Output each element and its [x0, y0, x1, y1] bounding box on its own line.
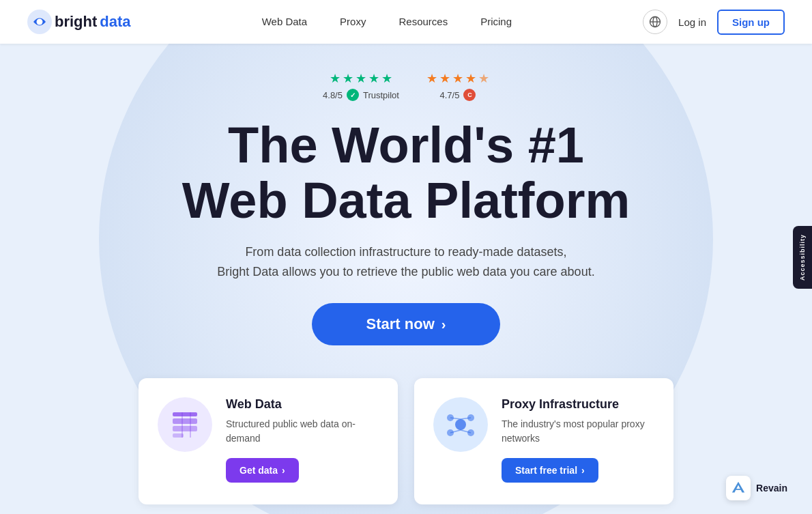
capterra-stars: ★ ★ ★ ★ ★	[426, 71, 489, 86]
language-button[interactable]	[643, 10, 667, 34]
hero-subtext-line2: Bright Data allows you to retrieve the p…	[217, 265, 594, 279]
accessibility-label: Accessibility	[799, 233, 806, 280]
revain-text: Revain	[756, 483, 787, 494]
hero-heading: The World's #1 Web Data Platform	[182, 117, 630, 229]
c-star-5: ★	[478, 71, 489, 86]
svg-rect-5	[173, 412, 197, 416]
trustpilot-stars: ★ ★ ★ ★ ★	[330, 71, 392, 86]
signup-button[interactable]: Sign up	[717, 10, 785, 35]
start-free-trial-button[interactable]: Start free trial ›	[502, 458, 598, 483]
logo-bright-text: bright	[55, 13, 97, 31]
cta-label: Start now	[366, 315, 435, 333]
logo-data-text: data	[100, 13, 130, 31]
hero-heading-line1: The World's #1	[228, 117, 584, 173]
proxy-network-icon	[444, 408, 478, 442]
get-data-button[interactable]: Get data ›	[226, 458, 299, 483]
star-5: ★	[381, 71, 392, 86]
trustpilot-platform: Trustpilot	[363, 90, 399, 100]
cards-section: Web Data Structured public web data on-d…	[0, 378, 812, 504]
logo-icon	[27, 10, 52, 34]
capterra-rating: ★ ★ ★ ★ ★ 4.7/5 C	[426, 71, 489, 101]
revain-icon	[726, 476, 751, 500]
star-1: ★	[330, 71, 340, 86]
web-data-card-content: Web Data Structured public web data on-d…	[226, 397, 379, 483]
globe-icon	[649, 16, 661, 28]
proxy-card-title: Proxy Infrastructure	[502, 397, 654, 412]
trustpilot-icon: ✓	[347, 89, 359, 101]
c-star-1: ★	[426, 71, 437, 86]
capterra-icon: C	[463, 89, 476, 101]
web-data-icon-container	[158, 397, 212, 452]
revain-logo-icon	[731, 481, 746, 496]
accessibility-sidebar[interactable]: Accessibility	[793, 225, 812, 288]
nav-resources[interactable]: Resources	[398, 16, 448, 27]
star-3: ★	[356, 71, 366, 86]
cta-start-now-button[interactable]: Start now ›	[312, 303, 501, 345]
star-4: ★	[368, 71, 379, 86]
hero-subtext: From data collection infrastructure to r…	[217, 242, 594, 282]
nav-pricing[interactable]: Pricing	[480, 16, 512, 27]
get-data-arrow-icon: ›	[282, 465, 285, 476]
proxy-card-desc: The industry's most popular proxy networ…	[502, 417, 654, 446]
nav-proxy[interactable]: Proxy	[340, 16, 366, 27]
svg-rect-6	[173, 418, 197, 424]
logo[interactable]: bright data	[27, 10, 131, 34]
trustpilot-score: 4.8/5	[323, 90, 343, 100]
web-data-card: Web Data Structured public web data on-d…	[139, 378, 398, 504]
cta-arrow-icon: ›	[441, 317, 446, 332]
hero-subtext-line1: From data collection infrastructure to r…	[245, 245, 566, 259]
proxy-icon-container	[433, 397, 488, 452]
web-data-grid-icon	[169, 408, 201, 441]
c-star-3: ★	[452, 71, 463, 86]
hero-section: ★ ★ ★ ★ ★ 4.8/5 ✓ Trustpilot ★ ★ ★ ★ ★ 4…	[0, 44, 812, 378]
nav-links: Web Data Proxy Resources Pricing	[262, 16, 512, 28]
get-data-label: Get data	[240, 465, 278, 476]
start-trial-label: Start free trial	[515, 465, 577, 476]
navbar: bright data Web Data Proxy Resources Pri…	[0, 0, 812, 44]
c-star-4: ★	[465, 71, 476, 86]
svg-point-1	[37, 19, 43, 25]
login-button[interactable]: Log in	[678, 16, 706, 28]
ratings-row: ★ ★ ★ ★ ★ 4.8/5 ✓ Trustpilot ★ ★ ★ ★ ★ 4…	[323, 71, 489, 101]
svg-point-11	[455, 419, 466, 430]
svg-rect-7	[173, 426, 197, 431]
c-star-2: ★	[439, 71, 450, 86]
revain-badge: Revain	[726, 476, 787, 500]
web-data-card-title: Web Data	[226, 397, 379, 412]
nav-web-data[interactable]: Web Data	[262, 16, 307, 27]
nav-right: Log in Sign up	[643, 10, 785, 35]
trustpilot-rating: ★ ★ ★ ★ ★ 4.8/5 ✓ Trustpilot	[323, 71, 399, 101]
capterra-score: 4.7/5	[439, 90, 459, 100]
proxy-card: Proxy Infrastructure The industry's most…	[414, 378, 673, 504]
trustpilot-label: 4.8/5 ✓ Trustpilot	[323, 89, 399, 101]
start-trial-arrow-icon: ›	[581, 465, 585, 476]
web-data-card-desc: Structured public web data on-demand	[226, 417, 379, 446]
star-2: ★	[343, 71, 353, 86]
hero-heading-line2: Web Data Platform	[182, 172, 630, 229]
capterra-label: 4.7/5 C	[439, 89, 476, 101]
proxy-card-content: Proxy Infrastructure The industry's most…	[502, 397, 654, 483]
